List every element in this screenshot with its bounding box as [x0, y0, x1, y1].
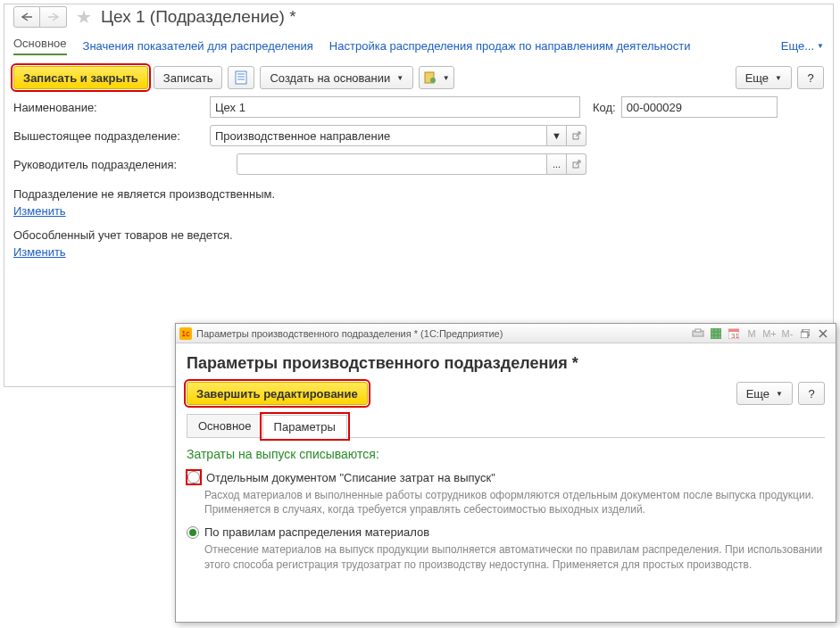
print-icon[interactable] — [690, 326, 706, 342]
report-icon — [235, 70, 247, 85]
popup-titlebar: 1c Параметры производственного подраздел… — [176, 324, 836, 343]
forward-button[interactable] — [40, 6, 67, 28]
chevron-down-icon: ▼ — [396, 74, 403, 82]
name-row: Наименование: Цех 1 Код: 00-000029 — [4, 93, 833, 121]
arrow-right-icon — [47, 12, 60, 21]
change-link-2[interactable]: Изменить — [4, 244, 75, 260]
popup-toolbar: Завершить редактирование Еще▼ ? — [187, 382, 825, 391]
svg-rect-12 — [711, 328, 721, 339]
popup-title: Параметры производственного подразделени… — [187, 354, 825, 373]
popup-body: Параметры производственного подразделени… — [176, 343, 836, 391]
popup-more-label: Еще — [746, 387, 769, 392]
more-label: Еще — [745, 71, 769, 85]
help-button[interactable]: ? — [797, 66, 824, 89]
dropdown-button[interactable]: ▼ — [547, 125, 567, 146]
open-icon — [572, 131, 581, 140]
grid-icon[interactable] — [708, 326, 724, 342]
parent-label: Вышестоящее подразделение: — [13, 129, 210, 143]
tab-indicators[interactable]: Значения показателей для распределения — [83, 39, 313, 53]
report-button[interactable] — [228, 66, 254, 89]
svg-rect-21 — [801, 332, 808, 338]
parent-input[interactable]: Производственное направление — [210, 125, 547, 146]
code-input[interactable]: 00-000029 — [621, 96, 778, 118]
tab-links: Основное Значения показателей для распре… — [4, 28, 833, 62]
chevron-down-icon: ▼ — [552, 130, 561, 141]
head-label: Руководитель подразделения: — [13, 158, 237, 171]
code-label: Код: — [593, 101, 616, 114]
chevron-down-icon: ▼ — [817, 42, 824, 50]
tab-more-label: Еще... — [781, 39, 814, 53]
m-button[interactable]: M — [744, 326, 760, 342]
more-button[interactable]: Еще▼ — [736, 66, 792, 89]
change-link-1[interactable]: Изменить — [4, 202, 75, 219]
save-button[interactable]: Записать — [154, 66, 223, 89]
open-button[interactable] — [567, 153, 586, 175]
m-plus-button[interactable]: M+ — [761, 326, 778, 342]
popup-titlebar-text: Параметры производственного подразделени… — [196, 328, 503, 339]
tab-more[interactable]: Еще...▼ — [781, 39, 824, 53]
attachments-button[interactable]: ▼ — [419, 66, 454, 89]
close-icon[interactable] — [815, 326, 831, 342]
chevron-down-icon: ▼ — [775, 74, 782, 82]
tab-settings[interactable]: Настройка распределения продаж по направ… — [329, 39, 691, 53]
main-toolbar: Записать и закрыть Записать Создать на о… — [4, 62, 833, 93]
restore-icon[interactable] — [797, 326, 813, 342]
m-minus-button[interactable]: M- — [779, 326, 795, 342]
page-title: Цех 1 (Подразделение) * — [101, 7, 296, 27]
svg-rect-11 — [695, 329, 701, 332]
popup-window: 1c Параметры производственного подраздел… — [175, 323, 836, 391]
back-button[interactable] — [13, 6, 40, 28]
parent-input-group: Производственное направление ▼ — [210, 125, 586, 146]
no-separate-text: Обособленный учет товаров не ведется. — [4, 219, 833, 244]
create-based-button[interactable]: Создать на основании▼ — [260, 66, 413, 89]
tab-main[interactable]: Основное — [13, 37, 67, 55]
popup-help-button[interactable]: ? — [798, 382, 825, 391]
head-row: Руководитель подразделения: ... — [4, 150, 833, 178]
attachments-icon — [424, 71, 437, 84]
svg-rect-2 — [236, 71, 246, 84]
create-based-label: Создать на основании — [270, 71, 390, 85]
svg-point-7 — [430, 78, 436, 83]
open-button[interactable] — [567, 125, 586, 146]
star-icon[interactable]: ★ — [76, 6, 92, 28]
app-icon: 1c — [179, 327, 192, 340]
arrow-left-icon — [21, 12, 33, 21]
chevron-down-icon: ▼ — [443, 74, 450, 82]
chevron-down-icon: ▼ — [776, 390, 783, 392]
open-icon — [572, 160, 581, 169]
popup-more-button[interactable]: Еще▼ — [736, 382, 793, 391]
parent-row: Вышестоящее подразделение: Производствен… — [4, 121, 833, 150]
name-label: Наименование: — [13, 101, 210, 114]
head-input-group: ... — [237, 153, 586, 175]
header-row: ★ Цех 1 (Подразделение) * — [4, 4, 833, 28]
head-input[interactable] — [237, 153, 547, 175]
calendar-icon[interactable]: 31 — [726, 326, 742, 342]
finish-editing-button[interactable]: Завершить редактирование — [187, 382, 368, 391]
name-input[interactable]: Цех 1 — [210, 96, 580, 118]
save-and-close-button[interactable]: Записать и закрыть — [13, 66, 148, 89]
not-production-text: Подразделение не является производственн… — [4, 178, 833, 202]
select-button[interactable]: ... — [547, 153, 567, 175]
svg-text:31: 31 — [731, 332, 739, 339]
